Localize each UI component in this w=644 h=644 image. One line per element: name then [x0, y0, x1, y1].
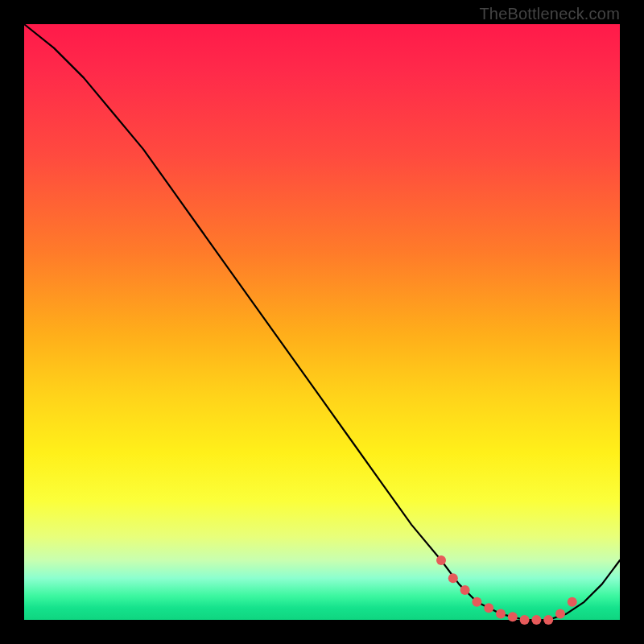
marker-dot — [555, 609, 565, 619]
plot-gradient-area — [24, 24, 620, 620]
marker-dot — [496, 609, 506, 619]
marker-dot — [508, 612, 518, 621]
chart-frame: TheBottleneck.com — [0, 0, 644, 644]
marker-dot — [568, 597, 577, 607]
attribution-label: TheBottleneck.com — [479, 5, 620, 23]
marker-dot — [543, 615, 553, 625]
marker-dot — [484, 603, 493, 613]
marker-dot — [520, 615, 530, 625]
optimal-range-dots — [436, 555, 577, 625]
marker-dot — [531, 615, 541, 625]
marker-dot — [472, 597, 481, 607]
plot-svg — [24, 24, 620, 620]
marker-dot — [436, 555, 446, 565]
marker-dot — [448, 573, 458, 583]
marker-dot — [460, 585, 470, 595]
bottleneck-curve — [24, 24, 620, 620]
